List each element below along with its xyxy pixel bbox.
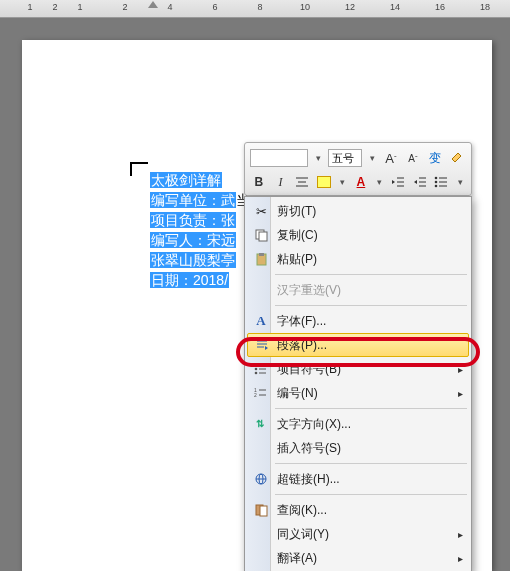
menu-font[interactable]: A 字体(F)...	[247, 309, 469, 333]
grow-font-button[interactable]: Aˆ	[382, 149, 400, 167]
numbering-icon: 12	[252, 384, 270, 402]
submenu-arrow-icon: ▸	[458, 553, 463, 564]
font-name-combo[interactable]	[250, 149, 308, 167]
bold-button[interactable]: B	[250, 173, 268, 191]
svg-text:⇅: ⇅	[256, 418, 265, 429]
menu-separator	[275, 494, 467, 495]
menu-cut[interactable]: ✂ 剪切(T)	[247, 199, 469, 223]
paste-icon	[252, 250, 270, 268]
menu-label: 查阅(K)...	[277, 502, 327, 519]
svg-point-23	[255, 368, 258, 371]
decrease-indent-button[interactable]	[389, 173, 407, 191]
text-direction-icon: ⇅	[252, 415, 270, 433]
menu-label: 翻译(A)	[277, 550, 317, 567]
indent-marker[interactable]	[148, 1, 158, 8]
italic-button[interactable]: I	[272, 173, 290, 191]
menu-bullets[interactable]: 项目符号(B) ▸	[247, 357, 469, 381]
menu-lookup[interactable]: 查阅(K)...	[247, 498, 469, 522]
menu-insert-symbol[interactable]: 插入符号(S)	[247, 436, 469, 460]
dropdown-icon[interactable]: ▾	[366, 153, 378, 163]
shrink-font-button[interactable]: Aˇ	[404, 149, 422, 167]
svg-point-24	[255, 372, 258, 375]
menu-label: 文字方向(X)...	[277, 416, 351, 433]
menu-paragraph[interactable]: 段落(P)...	[247, 333, 469, 357]
menu-separator	[275, 274, 467, 275]
menu-numbering[interactable]: 12 编号(N) ▸	[247, 381, 469, 405]
copy-icon	[252, 226, 270, 244]
dropdown-icon[interactable]: ▾	[336, 177, 348, 187]
menu-text-direction[interactable]: ⇅ 文字方向(X)...	[247, 412, 469, 436]
menu-label: 复制(C)	[277, 227, 318, 244]
svg-point-22	[255, 364, 258, 367]
font-size-combo[interactable]: 五号	[328, 149, 362, 167]
dropdown-icon[interactable]: ▾	[312, 153, 324, 163]
menu-translate[interactable]: 翻译(A) ▸	[247, 546, 469, 570]
menu-synonyms[interactable]: 同义词(Y) ▸	[247, 522, 469, 546]
menu-label: 汉字重选(V)	[277, 282, 341, 299]
svg-point-11	[435, 185, 438, 188]
font-color-button[interactable]: A	[352, 173, 370, 191]
svg-point-10	[435, 181, 438, 184]
menu-label: 项目符号(B)	[277, 361, 341, 378]
dropdown-icon[interactable]: ▾	[454, 177, 466, 187]
menu-copy[interactable]: 复制(C)	[247, 223, 469, 247]
increase-indent-button[interactable]	[411, 173, 429, 191]
align-center-button[interactable]	[293, 173, 311, 191]
hyperlink-icon	[252, 470, 270, 488]
menu-label: 字体(F)...	[277, 313, 326, 330]
menu-label: 超链接(H)...	[277, 471, 340, 488]
submenu-arrow-icon: ▸	[458, 388, 463, 399]
context-menu: ✂ 剪切(T) 复制(C) 粘贴(P) 汉字重选(V) A 字体(F)... 段…	[244, 196, 472, 571]
change-case-button[interactable]: 变	[426, 149, 444, 167]
bullets-icon	[252, 360, 270, 378]
svg-rect-37	[260, 506, 267, 516]
font-icon: A	[252, 312, 270, 330]
svg-rect-16	[259, 232, 267, 241]
menu-label: 同义词(Y)	[277, 526, 329, 543]
submenu-arrow-icon: ▸	[458, 364, 463, 375]
menu-label: 段落(P)...	[277, 337, 327, 354]
submenu-arrow-icon: ▸	[458, 529, 463, 540]
horizontal-ruler[interactable]: 1 2 1 2 4 6 8 10 12 14 16 18	[0, 0, 510, 18]
bullets-button[interactable]	[433, 173, 451, 191]
mini-toolbar: ▾ 五号▾ Aˆ Aˇ 变 B I ▾ A▾ ▾	[244, 142, 472, 196]
menu-label: 粘贴(P)	[277, 251, 317, 268]
svg-rect-18	[259, 253, 264, 256]
svg-point-9	[435, 177, 438, 180]
menu-label: 剪切(T)	[277, 203, 316, 220]
dropdown-icon[interactable]: ▾	[374, 177, 386, 187]
margin-marker	[130, 162, 148, 164]
paragraph-icon	[253, 336, 271, 354]
svg-text:2: 2	[254, 392, 257, 398]
menu-paste[interactable]: 粘贴(P)	[247, 247, 469, 271]
menu-label: 编号(N)	[277, 385, 318, 402]
menu-label: 插入符号(S)	[277, 440, 341, 457]
lookup-icon	[252, 501, 270, 519]
scissors-icon: ✂	[252, 202, 270, 220]
menu-separator	[275, 463, 467, 464]
menu-hyperlink[interactable]: 超链接(H)...	[247, 467, 469, 491]
format-painter-button[interactable]	[448, 149, 466, 167]
menu-separator	[275, 408, 467, 409]
highlight-button[interactable]	[315, 173, 333, 191]
menu-separator	[275, 305, 467, 306]
menu-reconvert: 汉字重选(V)	[247, 278, 469, 302]
